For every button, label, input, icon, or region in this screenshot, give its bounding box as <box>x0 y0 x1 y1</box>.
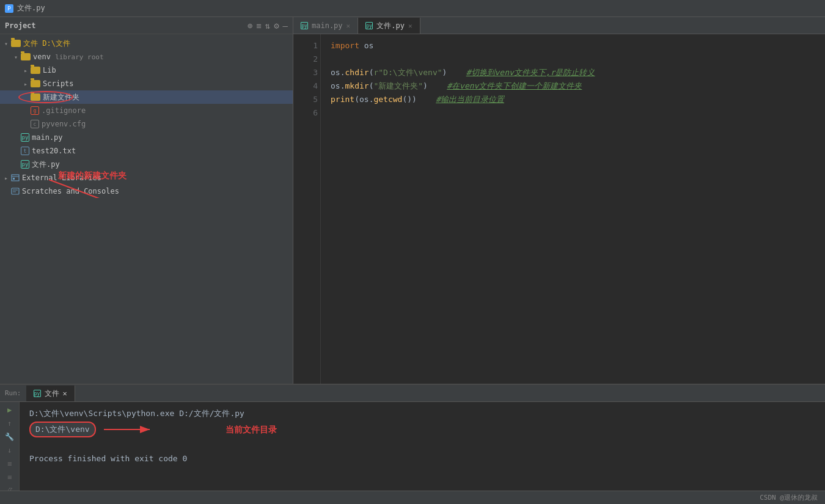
run-tab-wenjian[interactable]: py 文件 ✕ <box>26 385 75 401</box>
item-label-pyvenv: pyvenv.cfg <box>42 120 86 128</box>
tree-item-root[interactable]: 文件 D:\文件 <box>0 37 293 50</box>
token-comment5: #输出当前目录位置 <box>436 93 504 106</box>
line-num-5: 5 <box>293 93 318 106</box>
item-label-newfolder: 新建文件夹 <box>43 92 79 103</box>
output-line-cmd: D:\文件\venv\Scripts\python.exe D:/文件/文件.p… <box>29 407 815 420</box>
token-str3: r"D:\文件\venv" <box>373 66 442 79</box>
file-icon-test20: t <box>21 147 29 155</box>
line-num-3: 3 <box>293 66 318 79</box>
run-annotation-text: 当前文件目录 <box>226 423 277 436</box>
token-import: import <box>331 39 359 53</box>
output-cmd-text: D:\文件\venv\Scripts\python.exe D:/文件/文件.p… <box>29 407 244 420</box>
run-tool-button[interactable]: 🔧 <box>4 433 16 441</box>
output-exit-text: Process finished with exit code 0 <box>29 452 187 466</box>
folder-icon-root <box>11 40 21 47</box>
token-comment3: #切换到venv文件夹下,r是防止转义 <box>466 66 595 79</box>
editor-tabs: py main.py ✕ py 文件.py ✕ <box>293 17 825 34</box>
token-dot5: . <box>369 93 374 106</box>
file-icon-gitignore: g <box>31 106 39 115</box>
line-num-1: 1 <box>293 39 318 53</box>
arrow-gitignore <box>22 107 29 114</box>
arrow-test20 <box>12 147 20 155</box>
output-line-path: D:\文件\venv 当前文件目录 <box>29 420 815 439</box>
tab-label-wenjianpy: 文件.py <box>376 21 405 31</box>
settings-icon[interactable]: ⚙ <box>274 21 279 31</box>
line-num-6: 6 <box>293 106 318 120</box>
folder-icon-venv <box>21 53 31 60</box>
arrow-mainpy <box>12 134 20 141</box>
tree-item-newfolder[interactable]: 新建文件夹 <box>0 90 293 104</box>
tree-item-lib[interactable]: Lib <box>0 64 293 77</box>
token-sp5 <box>417 93 436 106</box>
tab-label-mainpy: main.py <box>312 21 343 30</box>
tree-item-mainpy[interactable]: py main.py <box>0 131 293 144</box>
code-line-4: os . mkdir ( "新建文件夹" ) #在venv文件夹下创建一个新建文… <box>331 79 815 93</box>
run-sidebar: ▶ ↑ 🔧 ↓ ≡ ≡ 🖨 🗑 <box>0 402 20 491</box>
token-dot3: . <box>340 66 345 79</box>
minimize-icon[interactable]: — <box>283 21 288 31</box>
tree-item-scripts[interactable]: Scripts <box>0 77 293 90</box>
run-label: Run: <box>0 384 26 401</box>
code-line-2 <box>331 53 815 66</box>
item-label-scripts: Scripts <box>43 79 74 88</box>
run-down-button[interactable]: ↓ <box>4 446 16 455</box>
tree-item-newfolder-wrapper: 新建文件夹 <box>0 90 293 104</box>
token-p5close: ) <box>412 93 417 106</box>
status-text: CSDN @退休的龙叔 <box>760 493 818 502</box>
tab-icon-wenjianpy: py <box>365 22 373 29</box>
token-p4close: ) <box>423 79 428 93</box>
token-os3: os <box>331 66 340 79</box>
run-output: D:\文件\venv\Scripts\python.exe D:/文件/文件.p… <box>20 402 825 491</box>
tab-close-mainpy[interactable]: ✕ <box>346 22 351 30</box>
sidebar: Project ⊕ ≡ ⇅ ⚙ — 文件 D:\文件 venv library … <box>0 17 293 384</box>
token-dot4: . <box>340 79 345 93</box>
bottom-panel: Run: py 文件 ✕ ▶ ↑ 🔧 ↓ ≡ ≡ 🖨 🗑 D:\文件\venv\… <box>0 384 825 491</box>
code-content[interactable]: import os os . chdir ( r"D:\文件\venv" ) #… <box>321 34 825 384</box>
title-text: 文件.py <box>17 3 45 13</box>
item-label-lib: Lib <box>43 66 56 75</box>
arrow-pyvenv <box>22 120 29 128</box>
tab-close-wenjianpy[interactable]: ✕ <box>408 22 413 30</box>
list-icon[interactable]: ≡ <box>256 21 261 31</box>
tree-item-pyvenv[interactable]: c pyvenv.cfg <box>0 117 293 131</box>
annotation-area: 新建的新建文件夹 <box>0 204 293 235</box>
line-num-4: 4 <box>293 79 318 93</box>
run-annotation-arrow <box>101 420 223 439</box>
output-line-exit: Process finished with exit code 0 <box>29 452 815 466</box>
tree-item-gitignore[interactable]: g .gitignore <box>0 104 293 117</box>
token-sp3 <box>447 66 466 79</box>
code-line-3: os . chdir ( r"D:\文件\venv" ) #切换到venv文件夹… <box>331 66 815 79</box>
token-getcwd: getcwd <box>373 93 402 106</box>
token-chdir: chdir <box>345 66 369 79</box>
output-line-empty <box>29 439 815 452</box>
sort-icon[interactable]: ⇅ <box>265 21 270 31</box>
sidebar-header-icons: ⊕ ≡ ⇅ ⚙ — <box>248 21 288 31</box>
tree-item-test20[interactable]: t test20.txt <box>0 144 293 158</box>
token-comment4: #在venv文件夹下创建一个新建文件夹 <box>447 79 582 93</box>
sidebar-content: 文件 D:\文件 venv library root Lib Scripts <box>0 34 293 384</box>
add-icon[interactable]: ⊕ <box>248 21 252 31</box>
run-tab-icon: py <box>34 390 41 397</box>
arrow-venv <box>12 53 20 60</box>
code-line-6 <box>331 106 815 120</box>
item-label-root: 文件 D:\文件 <box>23 38 70 49</box>
tab-mainpy[interactable]: py main.py ✕ <box>293 18 358 34</box>
item-label-venv: venv library root <box>33 53 104 61</box>
folder-icon-newfolder <box>31 93 40 101</box>
run-play-button[interactable]: ▶ <box>4 406 16 414</box>
run-print-button[interactable]: 🖨 <box>4 486 16 491</box>
editor-area: py main.py ✕ py 文件.py ✕ 1 2 3 4 5 6 impo… <box>293 17 825 384</box>
editor-content: 1 2 3 4 5 6 import os os . chdir ( r"D <box>293 34 825 384</box>
token-os5: os <box>359 93 369 106</box>
token-os4: os <box>331 79 340 93</box>
run-menu2-button[interactable]: ≡ <box>4 473 16 481</box>
run-tab-close[interactable]: ✕ <box>63 389 67 398</box>
item-label-test20: test20.txt <box>32 147 76 155</box>
tree-item-venv[interactable]: venv library root <box>0 50 293 64</box>
run-menu1-button[interactable]: ≡ <box>4 459 16 468</box>
token-p4open: ( <box>369 79 374 93</box>
sidebar-header: Project ⊕ ≡ ⇅ ⚙ — <box>0 17 293 34</box>
statusbar: CSDN @退休的龙叔 <box>0 491 825 504</box>
tab-wenjianpy[interactable]: py 文件.py ✕ <box>358 18 420 34</box>
run-up-button[interactable]: ↑ <box>4 419 16 428</box>
